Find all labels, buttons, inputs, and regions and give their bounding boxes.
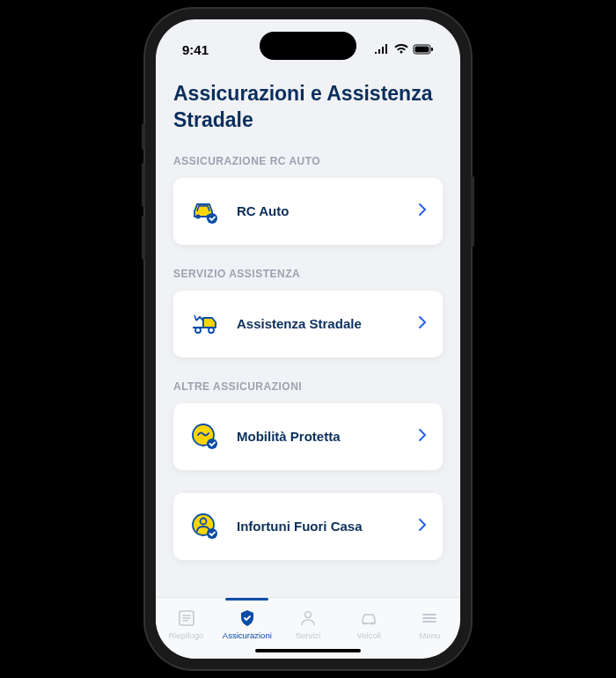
svg-point-15 — [364, 623, 367, 625]
wifi-icon — [394, 42, 408, 57]
person-icon — [298, 608, 318, 628]
svg-rect-2 — [431, 48, 433, 51]
tab-menu[interactable]: Menu — [400, 605, 460, 640]
mobility-shield-icon — [189, 421, 221, 453]
svg-rect-1 — [415, 46, 429, 52]
phone-side-button — [142, 163, 145, 207]
tab-label: Servizi — [296, 630, 321, 640]
content-area: Assicurazioni e Assistenza Stradale ASSI… — [156, 63, 460, 597]
svg-point-14 — [305, 612, 312, 618]
home-indicator[interactable] — [255, 649, 361, 652]
status-icons — [374, 42, 434, 57]
status-time: 9:41 — [182, 42, 209, 57]
battery-icon — [413, 42, 434, 57]
notch — [260, 32, 356, 60]
section-header: SERVIZIO ASSISTENZA — [173, 268, 443, 280]
car-icon — [359, 608, 378, 628]
svg-point-7 — [209, 328, 214, 333]
list-icon — [177, 608, 196, 628]
tab-label: Menu — [420, 630, 441, 640]
card-title: Infortuni Fuori Casa — [237, 519, 402, 534]
svg-point-9 — [207, 438, 217, 449]
tab-label: Veicoli — [356, 630, 380, 640]
tab-assicurazioni[interactable]: Assicurazioni — [216, 605, 277, 640]
svg-point-6 — [195, 328, 201, 333]
menu-icon — [420, 608, 439, 628]
tab-veicoli[interactable]: Veicoli — [339, 605, 400, 640]
section-header: ASSICURAZIONE RC AUTO — [173, 155, 443, 167]
svg-point-3 — [196, 214, 201, 218]
tab-label: Riepilogo — [169, 630, 204, 640]
signal-icon — [374, 42, 390, 57]
chevron-right-icon — [418, 428, 427, 446]
card-title: Assistenza Stradale — [237, 316, 402, 331]
chevron-right-icon — [418, 315, 427, 333]
svg-point-5 — [207, 213, 217, 224]
card-mobilita-protetta[interactable]: Mobilità Protetta — [173, 403, 443, 470]
card-title: RC Auto — [237, 203, 402, 218]
shield-check-icon — [238, 608, 257, 628]
card-rc-auto[interactable]: RC Auto — [173, 178, 443, 245]
car-shield-icon — [189, 195, 221, 227]
person-shield-icon — [189, 511, 221, 542]
card-title: Mobilità Protetta — [237, 429, 402, 444]
tab-servizi[interactable]: Servizi — [277, 605, 338, 640]
tow-truck-icon — [189, 308, 221, 340]
page-title: Assicurazioni e Assistenza Stradale — [173, 81, 443, 134]
tab-riepilogo[interactable]: Riepilogo — [156, 605, 216, 640]
phone-frame: 9:41 Assicurazioni e Assistenza Stradale… — [145, 9, 471, 669]
card-infortuni[interactable]: Infortuni Fuori Casa — [173, 493, 443, 560]
svg-point-12 — [207, 528, 217, 539]
card-assistenza-stradale[interactable]: Assistenza Stradale — [173, 291, 443, 357]
chevron-right-icon — [418, 203, 427, 220]
section-header: ALTRE ASSICURAZIONI — [173, 380, 443, 393]
screen: 9:41 Assicurazioni e Assistenza Stradale… — [156, 19, 460, 659]
phone-side-button — [471, 176, 474, 247]
chevron-right-icon — [418, 518, 427, 535]
phone-side-button — [142, 123, 145, 150]
phone-side-button — [142, 216, 145, 260]
svg-point-16 — [371, 623, 374, 625]
tab-label: Assicurazioni — [223, 630, 272, 640]
